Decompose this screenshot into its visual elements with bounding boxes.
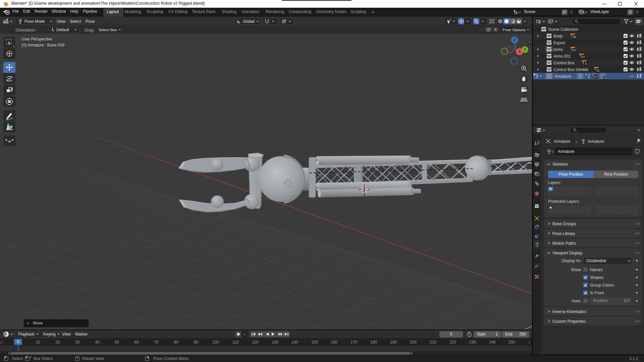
- svg-text:Scene Collection: Scene Collection: [548, 27, 578, 32]
- svg-text:Control Box Gimble: Control Box Gimble: [553, 67, 588, 72]
- svg-text:250: 250: [508, 340, 515, 345]
- svg-text:160: 160: [331, 340, 337, 345]
- svg-text:230: 230: [469, 340, 476, 345]
- svg-text:70: 70: [154, 340, 159, 345]
- svg-text:27: 27: [573, 49, 576, 52]
- svg-text:47: 47: [594, 75, 597, 78]
- svg-text:240: 240: [489, 340, 496, 345]
- svg-text:210: 210: [430, 340, 436, 345]
- svg-text:40: 40: [95, 340, 100, 345]
- svg-text:30: 30: [75, 340, 80, 345]
- svg-text:Arms.001: Arms.001: [553, 54, 571, 59]
- svg-text:Arms: Arms: [553, 47, 563, 52]
- svg-text:80: 80: [174, 340, 178, 345]
- svg-text:140: 140: [291, 340, 298, 345]
- svg-text:130: 130: [272, 340, 278, 345]
- svg-text:Armature: Armature: [554, 74, 571, 79]
- svg-text:20: 20: [55, 340, 60, 345]
- svg-text:X: X: [494, 28, 497, 32]
- svg-text:170: 170: [351, 340, 357, 345]
- svg-text:150: 150: [311, 340, 318, 345]
- svg-text:Export: Export: [553, 41, 565, 45]
- svg-text:11: 11: [597, 69, 600, 72]
- svg-text:90: 90: [194, 340, 198, 345]
- svg-text:Body: Body: [553, 34, 562, 39]
- svg-text:100: 100: [212, 340, 219, 345]
- svg-text:Y: Y: [524, 48, 526, 52]
- svg-text:190: 190: [390, 340, 397, 345]
- svg-text:23: 23: [603, 76, 606, 79]
- svg-text:180: 180: [370, 340, 377, 345]
- svg-text:6: 6: [585, 62, 587, 65]
- svg-text:27: 27: [582, 55, 585, 59]
- svg-text:50: 50: [114, 340, 119, 345]
- svg-text:200: 200: [410, 340, 417, 345]
- svg-text:220: 220: [449, 340, 456, 345]
- svg-text:Control Box: Control Box: [553, 61, 575, 65]
- svg-text:60: 60: [134, 340, 139, 345]
- svg-text:X: X: [519, 50, 521, 54]
- svg-text:16: 16: [573, 35, 576, 39]
- svg-text:120: 120: [252, 340, 259, 345]
- svg-text:110: 110: [232, 340, 238, 345]
- svg-text:10: 10: [36, 340, 40, 345]
- svg-text:Z: Z: [514, 38, 516, 42]
